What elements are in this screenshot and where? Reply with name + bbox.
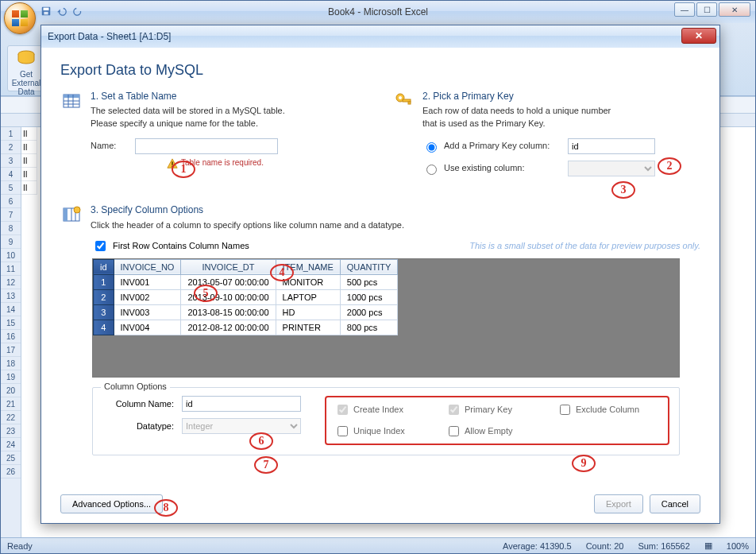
- allow-empty-check[interactable]: Allow Empty: [446, 424, 549, 439]
- grid-cell: 2012-08-12 00:00:00: [181, 320, 276, 335]
- use-existing-label: Use existing column:: [444, 162, 563, 175]
- row-header[interactable]: 13: [1, 289, 21, 303]
- step2-desc2: that is used as the Primary Key.: [422, 118, 700, 130]
- step1-title: 1. Set a Table Name: [91, 90, 368, 103]
- close-button[interactable]: ✕: [719, 2, 750, 17]
- grid-cell: 1000 pcs: [340, 289, 398, 304]
- grid-col-invoice-dt[interactable]: INVOICE_DT: [181, 259, 276, 274]
- grid-row[interactable]: 4 INV004 2012-08-12 00:00:00 PRINTER 800…: [94, 320, 398, 335]
- grid-col-invoice-no[interactable]: INVOICE_NO: [114, 259, 181, 274]
- row-header[interactable]: 2: [1, 141, 21, 154]
- cell[interactable]: II: [21, 168, 37, 181]
- column-name-label: Column Name:: [102, 399, 174, 409]
- grid-col-id[interactable]: id: [94, 259, 114, 274]
- dialog-close-button[interactable]: ✕: [681, 28, 716, 44]
- add-pk-input[interactable]: [568, 138, 655, 154]
- grid-cell: HD: [276, 304, 340, 320]
- row-header[interactable]: 26: [1, 465, 21, 478]
- annotation-9: 9: [572, 455, 596, 472]
- row-header[interactable]: 19: [1, 370, 21, 384]
- grid-cell: 2013-09-10 00:00:00: [181, 289, 276, 304]
- row-header[interactable]: 11: [1, 262, 21, 276]
- office-button[interactable]: [4, 2, 36, 34]
- dialog-titlebar[interactable]: Export Data - Sheet1 [A1:D5] ✕: [41, 25, 719, 48]
- grid-cell: INV002: [114, 289, 181, 304]
- use-existing-radio[interactable]: [426, 165, 437, 175]
- row-header[interactable]: 22: [1, 411, 21, 424]
- row-header[interactable]: 6: [1, 195, 21, 208]
- grid-cell: INV003: [114, 304, 181, 320]
- row-header[interactable]: 17: [1, 343, 21, 357]
- maximize-button[interactable]: ☐: [696, 2, 717, 17]
- columns-icon: [60, 203, 83, 226]
- grid-cell: 2013-05-07 00:00:00: [181, 274, 276, 289]
- add-pk-radio[interactable]: [426, 142, 437, 153]
- column-name-input[interactable]: [182, 396, 301, 412]
- row-header[interactable]: 25: [1, 451, 21, 465]
- grid-rownum: 3: [94, 304, 114, 320]
- unique-index-check[interactable]: Unique Index: [334, 424, 438, 439]
- table-icon: [60, 90, 83, 112]
- grid-col-quantity[interactable]: QUANTITY: [340, 259, 398, 274]
- row-header[interactable]: 5: [1, 181, 21, 195]
- row-header[interactable]: 3: [1, 154, 21, 168]
- row-header[interactable]: 4: [1, 168, 21, 181]
- row-header[interactable]: 21: [1, 397, 21, 411]
- cell[interactable]: II: [21, 154, 37, 168]
- advanced-options-button[interactable]: Advanced Options...: [60, 494, 163, 513]
- minimize-button[interactable]: —: [674, 2, 695, 17]
- svg-point-20: [74, 207, 80, 213]
- row-header[interactable]: 7: [1, 208, 21, 222]
- export-button[interactable]: Export: [594, 494, 643, 513]
- preview-grid[interactable]: id INVOICE_NO INVOICE_DT ITEM_NAME QUANT…: [92, 258, 680, 378]
- row-header[interactable]: 12: [1, 276, 21, 289]
- grid-row[interactable]: 2 INV002 2013-09-10 00:00:00 LAPTOP 1000…: [94, 289, 398, 304]
- cell[interactable]: II: [21, 127, 37, 141]
- datatype-label: Datatype:: [102, 421, 174, 431]
- row-header[interactable]: 24: [1, 438, 21, 451]
- grid-cell: 500 pcs: [340, 274, 398, 289]
- exclude-column-check[interactable]: Exclude Column: [557, 402, 660, 417]
- warning-icon: [167, 158, 178, 169]
- row-headers: 1 2 3 4 5 6 7 8 9 10 11 12 13 14 15 16 1…: [1, 127, 21, 537]
- table-name-error: Table name is required.: [167, 157, 368, 169]
- row-header[interactable]: 16: [1, 330, 21, 343]
- dialog-heading: Export Data to MySQL: [60, 62, 700, 79]
- create-index-check[interactable]: Create Index: [334, 402, 438, 417]
- row-header[interactable]: 15: [1, 316, 21, 330]
- grid-cell: INV001: [114, 274, 181, 289]
- first-row-label: First Row Contains Column Names: [113, 241, 249, 250]
- view-normal-icon[interactable]: ▦: [704, 540, 712, 551]
- row-header[interactable]: 1: [1, 127, 21, 141]
- row-header[interactable]: 20: [1, 384, 21, 397]
- row-header[interactable]: 23: [1, 424, 21, 438]
- status-ready: Ready: [7, 541, 33, 551]
- grid-cell: MONITOR: [276, 274, 340, 289]
- datatype-select[interactable]: Integer: [182, 418, 301, 434]
- row-header[interactable]: 8: [1, 222, 21, 235]
- row-header[interactable]: 14: [1, 303, 21, 316]
- row-header[interactable]: 10: [1, 249, 21, 262]
- first-row-checkbox[interactable]: [95, 241, 106, 251]
- status-count: Count: 20: [586, 541, 624, 551]
- ribbon-group-external-data[interactable]: Get External Data: [7, 45, 45, 91]
- cancel-button[interactable]: Cancel: [650, 494, 700, 513]
- step1-block: 1. Set a Table Name The selected data wi…: [60, 90, 368, 169]
- grid-col-item-name[interactable]: ITEM_NAME: [276, 259, 340, 274]
- table-name-input[interactable]: [135, 138, 278, 154]
- cell[interactable]: II: [21, 181, 37, 195]
- grid-cell: 800 pcs: [340, 320, 398, 335]
- row-header[interactable]: 18: [1, 357, 21, 370]
- grid-row[interactable]: 1 INV001 2013-05-07 00:00:00 MONITOR 500…: [94, 274, 398, 289]
- cell[interactable]: II: [21, 141, 37, 154]
- use-existing-select[interactable]: [568, 161, 655, 176]
- step2-desc: Each row of data needs to hold a unique …: [422, 105, 700, 118]
- excel-main-window: Book4 - Microsoft Excel — ☐ ✕ Get Extern…: [0, 0, 756, 554]
- column-checks-box: Create Index Primary Key Exclude Column …: [325, 396, 669, 445]
- primary-key-check[interactable]: Primary Key: [446, 402, 549, 417]
- grid-header-row: id INVOICE_NO INVOICE_DT ITEM_NAME QUANT…: [94, 259, 398, 274]
- zoom-level[interactable]: 100%: [727, 541, 749, 551]
- grid-row[interactable]: 3 INV003 2013-08-15 00:00:00 HD 2000 pcs: [94, 304, 398, 320]
- svg-point-13: [399, 96, 402, 99]
- row-header[interactable]: 9: [1, 235, 21, 249]
